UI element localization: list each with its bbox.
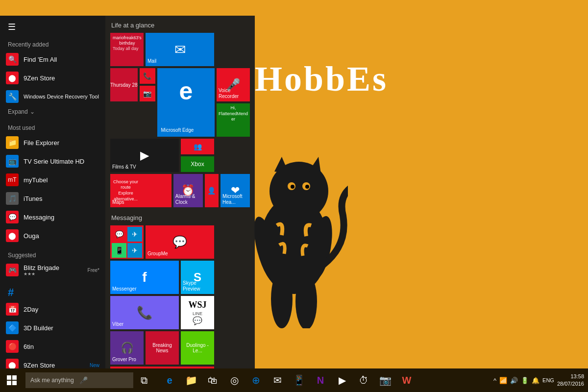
svg-rect-13 xyxy=(12,375,17,380)
tile-msg-small-group[interactable]: 💬 ✈ 📱 ✈ xyxy=(110,225,144,259)
start-button[interactable] xyxy=(0,368,24,392)
tile-xbox[interactable]: Xbox xyxy=(181,156,214,172)
app-blitz-brigade[interactable]: 🎮 Blitz Brigade ★★★ Free* xyxy=(0,261,105,279)
tile-alarm[interactable]: ⏰ Alarms & Clock xyxy=(173,174,203,207)
svg-rect-15 xyxy=(12,381,17,385)
tile-skype[interactable]: S Skype Preview xyxy=(181,261,214,294)
tile-mshealth[interactable]: ❤ Microsoft Hea... xyxy=(220,174,250,207)
tile-viber[interactable]: 📞 Viber xyxy=(110,296,179,329)
notification-icon[interactable]: 🔔 xyxy=(532,377,539,384)
tile-mail[interactable]: ✉ Mail xyxy=(146,33,214,66)
tile-maps[interactable]: Choose yourrouteExplorealternative... Ma… xyxy=(110,174,172,207)
taskbar-ie[interactable]: ⊕ xyxy=(245,368,267,392)
tile-photos-sm[interactable]: 📷 xyxy=(140,86,155,101)
show-hidden-button[interactable]: ^ xyxy=(493,377,496,384)
app-itunes[interactable]: 🎵 iTunes xyxy=(0,189,105,208)
volume-icon[interactable]: 🔊 xyxy=(510,377,518,384)
app-label-mytubel: myTubel xyxy=(24,176,48,184)
grover-label: Grover Pro xyxy=(112,357,136,363)
taskbar-media[interactable]: ▶ xyxy=(331,368,353,392)
most-used-label: Most used xyxy=(0,122,105,133)
taskbar-store[interactable]: 🛍 xyxy=(202,368,223,392)
taskbar-edge[interactable]: e xyxy=(159,368,180,392)
messaging-section-label: Messaging xyxy=(110,214,250,221)
phone-sm-icon: 📞 xyxy=(143,72,151,80)
svg-point-11 xyxy=(305,185,309,189)
taskbar-explorer[interactable]: 📁 xyxy=(180,368,202,392)
svg-point-7 xyxy=(295,273,317,328)
tile-phone-sm[interactable]: 📞 xyxy=(140,68,155,84)
taskbar-explorer-icon: 📁 xyxy=(185,374,197,386)
tile-duolingo[interactable]: Duolingo - Le... xyxy=(181,331,214,365)
tile-messenger[interactable]: f Messenger xyxy=(110,261,179,294)
blitz-stars: ★★★ xyxy=(24,271,88,276)
tile-green-msg[interactable]: Hi,FlattenedMender xyxy=(217,103,250,137)
app-find-em-all[interactable]: 🔍 Find 'Em All xyxy=(0,50,105,69)
app-2day[interactable]: 📅 2Day xyxy=(0,300,105,318)
taskbar-camera[interactable]: 📷 xyxy=(374,368,396,392)
tile-whatsapp-icon: 📱 xyxy=(112,243,126,258)
hamburger-button[interactable]: ☰ xyxy=(0,16,105,38)
app-icon-blitz: 🎮 xyxy=(6,264,19,276)
tile-groupme[interactable]: 💬 GroupMe xyxy=(146,225,214,259)
tile-breaking[interactable]: Breaking News xyxy=(146,331,179,365)
voice-label: Voice Recorder xyxy=(219,88,250,99)
tile-voice[interactable]: 🎤 Voice Recorder xyxy=(217,68,250,101)
app-file-explorer[interactable]: 📁 File Explorer xyxy=(0,133,105,152)
taskbar-taskview[interactable]: ⧉ xyxy=(133,368,155,392)
tile-films[interactable]: ▶ Films & TV xyxy=(110,139,179,172)
tile-birthday[interactable]: mariofreak63'sbirthday Today all day xyxy=(110,33,144,66)
app-ouga[interactable]: ⬤ Ouga xyxy=(0,226,105,245)
svg-point-6 xyxy=(271,270,293,328)
app-winrecovery[interactable]: 🔧 Windows Device Recovery Tool xyxy=(0,87,105,106)
app-tv-serie[interactable]: 📺 TV Serie Ultimate HD xyxy=(0,152,105,171)
mail-icon: ✉ xyxy=(174,42,186,58)
app-9zen-alpha[interactable]: ⬤ 9Zen Store New xyxy=(0,356,105,368)
app-label-9zen: 9Zen Store xyxy=(24,74,55,82)
tile-person-sm[interactable]: 👤 xyxy=(205,174,219,207)
tiles-panel: Life at a glance mariofreak63'sbirthday … xyxy=(105,16,255,368)
app-icon-find-em-all: 🔍 xyxy=(6,53,19,66)
alpha-hash: # xyxy=(0,283,105,300)
taskbar-onenote[interactable]: N xyxy=(310,368,331,392)
expand-chevron: ⌄ xyxy=(30,108,35,115)
network-icon[interactable]: 📶 xyxy=(499,377,507,384)
taskbar-office[interactable]: W xyxy=(396,368,417,392)
app-mytubel[interactable]: mT myTubel xyxy=(0,171,105,189)
life-at-a-glance-label: Life at a glance xyxy=(110,22,250,29)
expand-button[interactable]: Expand ⌄ xyxy=(0,106,105,118)
recently-added-label: Recently added xyxy=(0,38,105,50)
mic-icon: 🎤 xyxy=(79,376,128,384)
app-9zen[interactable]: ⬤ 9Zen Store xyxy=(0,69,105,87)
taskbar-onenote-icon: N xyxy=(317,375,324,386)
windows-logo xyxy=(7,375,17,385)
battery-icon[interactable]: 🔋 xyxy=(521,377,529,384)
person-sm-icon: 👤 xyxy=(207,187,216,195)
app-3d-builder[interactable]: 🔷 3D Builder xyxy=(0,318,105,337)
tiger-silhouette xyxy=(240,108,348,328)
maps-text: Choose yourrouteExplorealternative... xyxy=(113,179,138,202)
taskbar-clock-app[interactable]: ⏱ xyxy=(353,368,374,392)
taskbar-mail[interactable]: ✉ xyxy=(267,368,288,392)
tile-thursday[interactable]: Thursday 28 xyxy=(110,68,138,101)
tile-edge[interactable]: e Microsoft Edge xyxy=(157,68,215,137)
messenger-label: Messenger xyxy=(112,286,136,292)
wsj-logo: WSJ xyxy=(188,300,206,310)
systray-clock[interactable]: 13:58 28/07/2016 xyxy=(557,373,584,388)
taskbar-chrome[interactable]: ◎ xyxy=(223,368,245,392)
app-messaging[interactable]: 💬 Messaging xyxy=(0,208,105,226)
app-label-3dbuilder: 3D Builder xyxy=(24,324,53,332)
taskbar-search[interactable]: Ask me anything 🎤 xyxy=(25,372,133,388)
tile-grover[interactable]: 🎧 Grover Pro xyxy=(110,331,144,365)
taskbar-office-icon: W xyxy=(402,375,412,386)
app-icon-itunes: 🎵 xyxy=(6,192,19,205)
green-msg-text: Hi,FlattenedMender xyxy=(219,105,248,122)
people-icon: 👥 xyxy=(194,143,202,150)
app-label-9zen-alpha: 9Zen Store xyxy=(24,362,55,369)
systray-date: 28/07/2016 xyxy=(557,380,584,388)
tile-wsj-line[interactable]: WSJ LINE 💬 xyxy=(181,296,214,329)
taskbar-whatsapp[interactable]: 📱 xyxy=(288,368,310,392)
thursday-label: Thursday 28 xyxy=(110,82,138,88)
app-6tin[interactable]: 🔴 6tin xyxy=(0,337,105,356)
tile-people[interactable]: 👥 xyxy=(181,139,214,154)
